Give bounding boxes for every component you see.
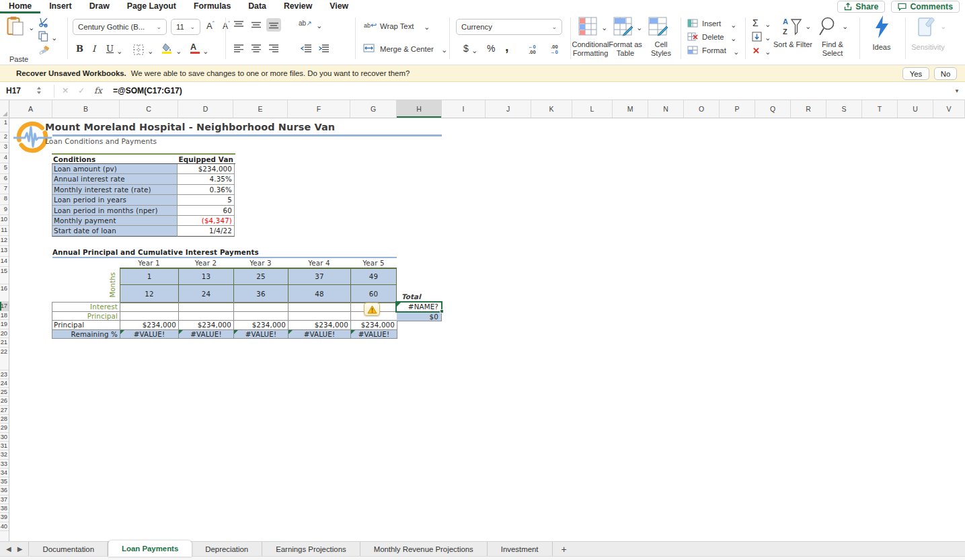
row-header-40[interactable]: 40 — [0, 522, 9, 531]
row-header-10[interactable]: 10 — [0, 215, 9, 225]
ribbon-tab-review[interactable]: Review — [275, 0, 321, 13]
row-header-23[interactable]: 23 — [0, 370, 9, 379]
payments-table-title[interactable]: Annual Principal and Cumulative Interest… — [52, 248, 259, 256]
principal-cell[interactable] — [120, 312, 179, 321]
chevron-down-icon[interactable]: ⌄ — [28, 24, 34, 32]
enter-icon[interactable]: ✓ — [78, 85, 85, 95]
column-header-J[interactable]: J — [486, 100, 531, 118]
ribbon-tab-page-layout[interactable]: Page Layout — [118, 0, 185, 13]
recover-no-button[interactable]: No — [934, 67, 957, 80]
column-header-B[interactable]: B — [52, 100, 120, 118]
sort-filter-button[interactable]: A Z — [781, 16, 802, 39]
align-left-button[interactable] — [231, 42, 246, 55]
align-center-button[interactable] — [249, 42, 264, 55]
sheet-title[interactable]: Mount Moreland Hospital - Neighborhood N… — [45, 122, 335, 132]
principal-cell[interactable] — [288, 312, 351, 321]
column-header-K[interactable]: K — [531, 100, 572, 118]
month-start-cell[interactable]: 49 — [351, 269, 396, 285]
row-header-30[interactable]: 30 — [0, 433, 9, 442]
chevron-down-icon[interactable]: ⌄ — [51, 34, 57, 42]
find-select-button[interactable] — [819, 16, 839, 39]
comma-style-button[interactable]: , — [505, 39, 509, 54]
month-start-cell[interactable]: 13 — [179, 269, 234, 285]
column-header-L[interactable]: L — [572, 100, 613, 118]
sheet-subtitle[interactable]: Loan Conditions and Payments — [45, 137, 157, 145]
column-header-Q[interactable]: Q — [755, 100, 791, 118]
column-header-C[interactable]: C — [120, 100, 178, 118]
column-header-U[interactable]: U — [898, 100, 933, 118]
month-end-cell[interactable]: 36 — [234, 285, 288, 302]
month-start-cell[interactable]: 1 — [120, 269, 179, 285]
chevron-down-icon[interactable]: ⌄ — [316, 22, 322, 30]
name-box[interactable]: H17 — [6, 86, 21, 95]
chevron-down-icon[interactable]: ⌄ — [805, 23, 811, 30]
principal-remaining-cell[interactable]: $234,000 — [179, 321, 234, 330]
borders-button[interactable] — [133, 44, 144, 56]
chevron-down-icon[interactable]: ⌄ — [601, 24, 607, 32]
principal-total-cell[interactable]: $0 — [397, 313, 442, 322]
ideas-button[interactable] — [873, 15, 890, 40]
month-end-cell[interactable]: 48 — [288, 285, 351, 302]
increase-decimal-button[interactable]: ←0.00 — [528, 44, 536, 55]
row-header-6[interactable]: 6 — [0, 174, 9, 184]
formula-input[interactable]: =@SOM(C17:G17) — [113, 86, 182, 95]
sheet-tab-investment[interactable]: Investment — [488, 542, 553, 557]
row-header-25[interactable]: 25 — [0, 388, 9, 397]
decrease-font-button[interactable]: Aˇ — [223, 20, 230, 31]
row-header-19[interactable]: 19 — [0, 320, 9, 329]
condition-value[interactable]: 0.36% — [178, 185, 235, 195]
name-box-stepper[interactable] — [37, 87, 41, 94]
row-header-2[interactable]: 2 — [0, 132, 9, 143]
row-header-16[interactable]: 16 — [0, 284, 9, 302]
column-header-G[interactable]: G — [350, 100, 397, 118]
ribbon-tab-home[interactable]: Home — [0, 0, 40, 13]
column-header-H[interactable]: H — [397, 100, 442, 118]
principal-remaining-label[interactable]: Principal remaining — [52, 321, 120, 330]
chevron-down-icon[interactable]: ⌄ — [842, 23, 848, 30]
row-header-36[interactable]: 36 — [0, 486, 9, 495]
condition-label[interactable]: Monthly payment — [52, 216, 178, 226]
chevron-down-icon[interactable]: ⌄ — [730, 35, 736, 42]
condition-label[interactable]: Monthly interest rate (rate) — [52, 185, 178, 195]
bold-button[interactable]: B — [76, 44, 83, 54]
cancel-icon[interactable]: ✕ — [62, 85, 69, 95]
remaining-pct-cell[interactable]: #VALUE! — [351, 330, 397, 339]
font-name-select[interactable]: Century Gothic (B... ⌄ — [73, 19, 167, 35]
row-header-18[interactable]: 18 — [0, 311, 9, 321]
row-header-38[interactable]: 38 — [0, 504, 9, 513]
clear-button[interactable]: ✕ — [752, 46, 760, 56]
decrease-decimal-button[interactable]: .00→0 — [550, 44, 558, 55]
fill-color-button[interactable] — [162, 43, 173, 53]
chevron-down-icon[interactable]: ⌄ — [147, 48, 153, 55]
sheet-tab-depreciation[interactable]: Depreciation — [192, 542, 262, 557]
row-header-5[interactable]: 5 — [0, 163, 9, 173]
row-header-34[interactable]: 34 — [0, 469, 9, 477]
share-button[interactable]: Share — [837, 1, 885, 13]
month-start-cell[interactable]: 25 — [234, 269, 288, 285]
fill-button[interactable] — [752, 32, 762, 43]
chevron-down-icon[interactable]: ⌄ — [424, 24, 430, 31]
remaining-pct-cell[interactable]: #VALUE! — [288, 330, 351, 339]
month-start-cell[interactable]: 37 — [288, 269, 351, 285]
row-header-13[interactable]: 13 — [0, 246, 9, 256]
font-color-button[interactable]: A — [190, 42, 196, 52]
chevron-down-icon[interactable]: ⌄ — [765, 34, 771, 42]
column-header-P[interactable]: P — [720, 100, 755, 118]
interest-label[interactable]: Interest — [52, 303, 120, 312]
row-header-21[interactable]: 21 — [0, 338, 9, 348]
remaining-pct-cell[interactable]: #VALUE! — [179, 330, 234, 339]
row-header-24[interactable]: 24 — [0, 379, 9, 388]
principal-remaining-cell[interactable]: $234,000 — [288, 321, 351, 330]
align-top-button[interactable] — [231, 18, 246, 32]
orientation-button[interactable]: ab↗ — [299, 19, 312, 27]
year-header[interactable]: Year 3 — [233, 258, 288, 268]
format-button[interactable]: Format — [702, 46, 726, 54]
row-header-14[interactable]: 14 — [0, 257, 9, 267]
paste-button[interactable] — [7, 16, 24, 38]
add-sheet-button[interactable]: + — [553, 544, 576, 555]
ribbon-tab-draw[interactable]: Draw — [81, 0, 118, 13]
chevron-down-icon[interactable]: ⌄ — [116, 48, 122, 55]
font-size-select[interactable]: 11 ⌄ — [171, 19, 200, 35]
row-header-22[interactable]: 22 — [0, 348, 9, 370]
chevron-down-icon[interactable]: ⌄ — [765, 48, 771, 56]
